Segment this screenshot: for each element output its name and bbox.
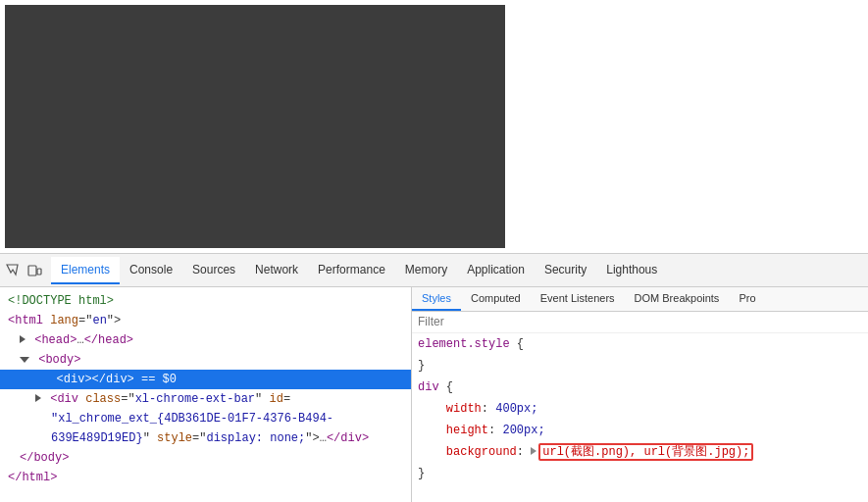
dom-doctype: <!DOCTYPE html> [0, 291, 411, 311]
tab-elements[interactable]: Elements [51, 257, 120, 284]
dom-panel: <!DOCTYPE html> <html lang="en"> <head>…… [0, 287, 412, 502]
dom-html: <html lang="en"> [0, 311, 411, 330]
style-rule-div-close: } [412, 463, 868, 484]
devtools-body: <!DOCTYPE html> <html lang="en"> <head>…… [0, 287, 868, 502]
styles-tab-event-listeners[interactable]: Event Listeners [531, 287, 625, 311]
page-right [510, 0, 868, 253]
tab-memory[interactable]: Memory [395, 257, 457, 284]
devtools-panel: Elements Console Sources Network Perform… [0, 253, 868, 502]
styles-tab-styles[interactable]: Styles [412, 287, 461, 311]
background-url-value[interactable]: url(截图.png), url(背景图.jpg); [538, 443, 753, 461]
dom-head[interactable]: <head>…</head> [0, 330, 411, 350]
background-expand-icon[interactable] [531, 447, 536, 455]
page-content [5, 5, 505, 248]
device-icon[interactable] [26, 262, 43, 279]
styles-tab-computed[interactable]: Computed [461, 287, 531, 311]
styles-tab-dom-breakpoints[interactable]: DOM Breakpoints [625, 287, 730, 311]
tab-console[interactable]: Console [120, 257, 182, 284]
styles-panel: Styles Computed Event Listeners DOM Brea… [412, 287, 868, 502]
style-prop-background: background: url(截图.png), url(背景图.jpg); [412, 441, 868, 463]
dom-body-close: </body> [0, 448, 411, 468]
tab-sources[interactable]: Sources [182, 257, 245, 284]
dom-div-selected[interactable]: <div></div> == $0 [0, 370, 411, 389]
dom-div-id-1: "xl_chrome_ext_{4DB361DE-01F7-4376-B494- [0, 409, 411, 428]
style-prop-height: height: 200px; [412, 420, 868, 441]
dom-body-open[interactable]: <body> [0, 350, 411, 370]
style-rule-element-close: } [412, 355, 868, 376]
styles-tab-pro[interactable]: Pro [729, 287, 765, 311]
tab-performance[interactable]: Performance [308, 257, 395, 284]
doctype-text: <!DOCTYPE html> [8, 294, 114, 308]
styles-tab-bar: Styles Computed Event Listeners DOM Brea… [412, 287, 868, 312]
tab-security[interactable]: Security [535, 257, 596, 284]
devtools-icons [4, 262, 43, 279]
style-rule-element: element.style { [412, 333, 868, 355]
style-rule-div: div { [412, 376, 868, 398]
tab-network[interactable]: Network [245, 257, 308, 284]
style-prop-width: width: 400px; [412, 398, 868, 420]
inspect-icon[interactable] [4, 262, 22, 279]
filter-input[interactable] [418, 315, 862, 328]
dom-div-chrome[interactable]: <div class="xl-chrome-ext-bar" id= [0, 389, 411, 409]
svg-rect-1 [37, 269, 41, 275]
tab-lighthouse[interactable]: Lighthous [596, 257, 667, 284]
dom-div-id-2: 639E489D19ED}" style="display: none;">…<… [0, 428, 411, 448]
devtools-tab-bar: Elements Console Sources Network Perform… [0, 254, 868, 287]
svg-rect-0 [28, 266, 36, 276]
filter-bar [412, 312, 868, 333]
browser-top [0, 0, 868, 253]
dom-html-close: </html> [0, 468, 411, 487]
tab-application[interactable]: Application [457, 257, 535, 284]
